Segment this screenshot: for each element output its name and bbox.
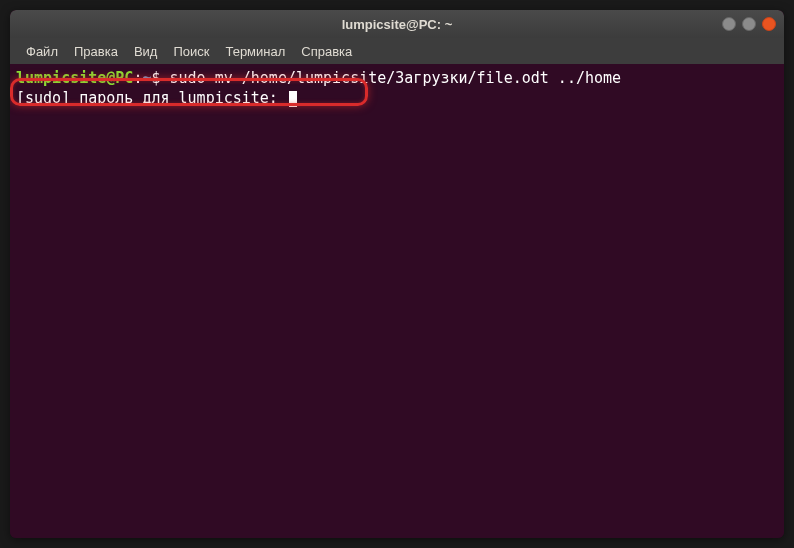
menu-view[interactable]: Вид [126, 44, 166, 59]
titlebar: lumpicsite@PC: ~ [10, 10, 784, 38]
prompt-user-host: lumpicsite@PC [16, 69, 133, 87]
cursor-icon [289, 91, 297, 107]
menubar: Файл Правка Вид Поиск Терминал Справка [10, 38, 784, 64]
terminal-window: lumpicsite@PC: ~ Файл Правка Вид Поиск Т… [10, 10, 784, 538]
minimize-button[interactable] [722, 17, 736, 31]
window-controls [722, 17, 776, 31]
menu-edit[interactable]: Правка [66, 44, 126, 59]
menu-search[interactable]: Поиск [165, 44, 217, 59]
typed-command: sudo mv /home/lumpicsite/Загрузки/file.o… [170, 69, 622, 87]
menu-help[interactable]: Справка [293, 44, 360, 59]
close-button[interactable] [762, 17, 776, 31]
sudo-prompt-line: [sudo] пароль для lumpicsite: [16, 88, 778, 108]
maximize-button[interactable] [742, 17, 756, 31]
terminal-content[interactable]: lumpicsite@PC:~$ sudo mv /home/lumpicsit… [10, 64, 784, 538]
menu-file[interactable]: Файл [18, 44, 66, 59]
sudo-prompt-text: [sudo] пароль для lumpicsite: [16, 89, 287, 107]
menu-terminal[interactable]: Терминал [217, 44, 293, 59]
prompt-symbol: $ [151, 69, 160, 87]
window-title: lumpicsite@PC: ~ [342, 17, 453, 32]
command-line: lumpicsite@PC:~$ sudo mv /home/lumpicsit… [16, 68, 778, 88]
